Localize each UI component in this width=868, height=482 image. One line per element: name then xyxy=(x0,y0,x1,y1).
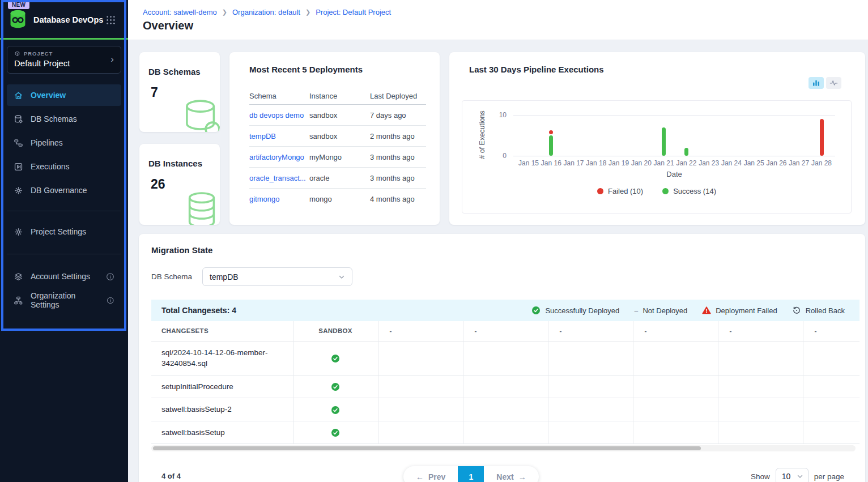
sidebar-item-db-governance[interactable]: DB Governance xyxy=(7,180,121,201)
page-title: Overview xyxy=(143,19,193,32)
check-circle-icon xyxy=(331,382,340,391)
deployments-column-header: Last Deployed xyxy=(370,92,426,100)
last-deployed-cell: 7 days ago xyxy=(370,111,426,120)
total-changesets: Total Changesets: 4 xyxy=(161,306,236,315)
y-axis-tick: 0 xyxy=(490,152,507,160)
changeset-name: satwell:basisSetup xyxy=(151,421,293,444)
sidebar-item-account-settings[interactable]: Account Settings xyxy=(7,266,121,287)
empty-cell xyxy=(718,341,803,375)
horizontal-scrollbar[interactable] xyxy=(151,445,856,451)
db-schema-label: DB Schema xyxy=(151,272,192,281)
instance-cell: myMongo xyxy=(309,153,370,161)
sidebar-item-db-schemas[interactable]: DB Schemas xyxy=(7,108,121,130)
sidebar-item-label: Executions xyxy=(31,162,69,171)
changesets-column-header: - xyxy=(548,321,633,341)
check-circle-icon xyxy=(331,406,340,415)
sidebar-item-label: Pipelines xyxy=(31,138,63,147)
empty-cell xyxy=(463,421,548,444)
table-row: tempDB sandbox 2 months ago xyxy=(249,126,426,147)
sidebar-item-overview[interactable]: Overview xyxy=(7,84,121,106)
app-switcher-icon[interactable] xyxy=(106,15,116,25)
deployments-column-header: Schema xyxy=(249,92,309,100)
prev-page-button[interactable]: ← Prev xyxy=(403,466,458,482)
migration-state-title: Migration State xyxy=(151,245,865,255)
sidebar-header: NEW Database DevOps xyxy=(0,0,128,38)
show-label: Show xyxy=(751,472,770,481)
check-circle-icon xyxy=(331,354,340,363)
sandbox-status-cell xyxy=(293,341,378,375)
db-instances-title: DB Instances xyxy=(148,159,220,168)
chevron-right-icon: ❯ xyxy=(222,8,227,16)
changesets-column-header: SANDBOX xyxy=(293,321,378,341)
x-axis-tick: Jan 28 xyxy=(805,159,839,167)
project-label: PROJECT xyxy=(24,50,53,57)
changesets-header-row: CHANGESETSSANDBOX------ xyxy=(151,321,860,341)
changesets-column-header: - xyxy=(633,321,718,341)
app-logo-icon xyxy=(7,8,28,29)
db-schemas-card: DB Schemas 7 xyxy=(139,52,220,132)
empty-cell xyxy=(718,375,803,398)
schema-link[interactable]: oracle_transact... xyxy=(249,174,309,182)
empty-cell xyxy=(803,375,860,398)
app-root: NEW Database DevOps xyxy=(0,0,868,482)
schema-link[interactable]: gitmongo xyxy=(249,195,309,203)
row-count: 4 of 4 xyxy=(161,472,181,480)
status-legend: Successfully Deployed – Not Deployed Dep… xyxy=(531,306,845,315)
empty-cell xyxy=(378,398,463,421)
sidebar-item-pipelines[interactable]: Pipelines xyxy=(7,132,121,153)
info-icon[interactable] xyxy=(107,296,114,305)
org-gear-icon xyxy=(14,296,23,305)
project-selector[interactable]: PROJECT Default Project › xyxy=(7,46,121,74)
x-axis-line xyxy=(513,156,835,156)
status-legend-item: Successfully Deployed xyxy=(531,306,619,315)
db-schema-select[interactable]: tempDB xyxy=(202,267,352,286)
scrollbar-thumb[interactable] xyxy=(153,446,701,450)
empty-cell xyxy=(633,375,718,398)
sidebar-divider xyxy=(7,211,121,211)
sidebar-item-project-settings[interactable]: Project Settings xyxy=(7,221,121,242)
database-icon xyxy=(180,97,220,132)
sidebar-item-label: DB Governance xyxy=(31,186,87,195)
rollback-icon xyxy=(792,306,801,315)
schema-link[interactable]: artifactoryMongo xyxy=(249,153,309,161)
sidebar-item-executions[interactable]: Executions xyxy=(7,156,121,177)
sandbox-status-cell xyxy=(293,375,378,398)
status-legend-label: Successfully Deployed xyxy=(545,306,619,315)
empty-cell xyxy=(633,341,718,375)
breadcrumb-link[interactable]: Organization: default xyxy=(232,8,300,16)
success-bar xyxy=(684,148,688,156)
pagination: ← Prev 1 Next → xyxy=(403,466,539,482)
chevron-right-icon: › xyxy=(110,54,114,65)
sidebar-item-organization-settings[interactable]: Organization Settings xyxy=(7,289,121,311)
failed-bar xyxy=(820,119,824,156)
app-title: Database DevOps xyxy=(33,15,103,24)
warning-triangle-icon xyxy=(702,306,711,315)
empty-cell xyxy=(548,421,633,444)
line-chart-toggle-icon[interactable] xyxy=(826,77,841,89)
breadcrumb-link[interactable]: Account: satwell-demo xyxy=(143,8,217,16)
chevron-down-icon xyxy=(797,473,803,480)
sidebar-item-label: DB Schemas xyxy=(31,114,77,123)
arrow-right-icon: → xyxy=(518,472,526,481)
empty-cell xyxy=(718,398,803,421)
info-icon[interactable] xyxy=(106,272,114,281)
sidebar-item-label: Organization Settings xyxy=(31,291,99,309)
dash-icon: – xyxy=(634,306,638,315)
breadcrumb-link[interactable]: Project: Default Project xyxy=(316,8,391,16)
page-size-select[interactable]: 10 xyxy=(776,468,809,482)
sidebar-nav-project: Project Settings xyxy=(0,221,128,242)
chevron-right-icon: ❯ xyxy=(305,8,310,16)
arrow-left-icon: ← xyxy=(416,472,424,481)
legend-item: Failed (10) xyxy=(597,187,643,195)
bar-chart-toggle-icon[interactable] xyxy=(809,77,824,89)
empty-cell xyxy=(378,421,463,444)
sandbox-status-cell xyxy=(293,398,378,421)
current-page-button[interactable]: 1 xyxy=(458,466,484,482)
status-legend-label: Deployment Failed xyxy=(716,306,777,315)
next-page-button[interactable]: Next → xyxy=(484,466,538,482)
table-row: oracle_transact... oracle 3 months ago xyxy=(249,168,426,189)
sidebar-divider xyxy=(7,254,121,254)
sidebar: NEW Database DevOps xyxy=(0,0,128,482)
schema-link[interactable]: tempDB xyxy=(249,132,309,140)
schema-link[interactable]: db devops demo xyxy=(249,111,309,120)
